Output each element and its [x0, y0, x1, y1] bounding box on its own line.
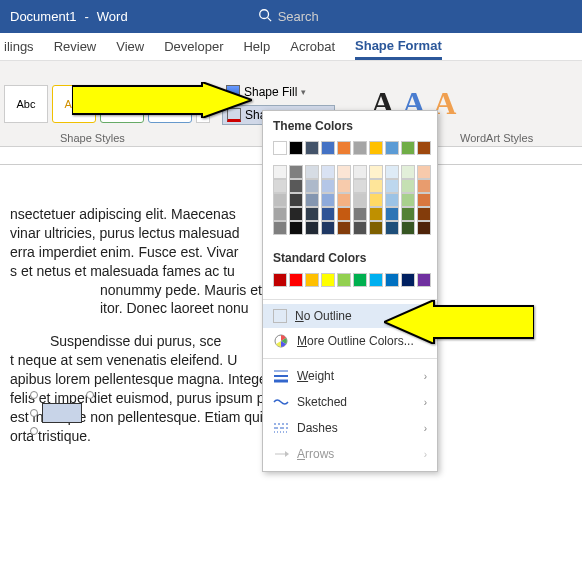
tab-shape-format[interactable]: Shape Format	[355, 34, 442, 60]
group-label-wordart: WordArt Styles	[460, 132, 533, 144]
chevron-right-icon: ›	[424, 423, 427, 434]
color-swatch[interactable]	[305, 221, 319, 235]
color-swatch[interactable]	[353, 193, 367, 207]
theme-colors-header: Theme Colors	[263, 111, 437, 139]
color-swatch[interactable]	[401, 221, 415, 235]
color-swatch[interactable]	[321, 165, 335, 179]
color-swatch[interactable]	[273, 221, 287, 235]
theme-shade-grid	[263, 163, 437, 243]
color-swatch[interactable]	[417, 221, 431, 235]
title-separator: -	[84, 9, 88, 24]
tab-mailings[interactable]: ilings	[4, 35, 34, 58]
tab-review[interactable]: Review	[54, 35, 97, 58]
color-swatch[interactable]	[273, 141, 287, 155]
color-swatch[interactable]	[289, 221, 303, 235]
color-swatch[interactable]	[417, 207, 431, 221]
color-swatch[interactable]	[273, 165, 287, 179]
color-swatch[interactable]	[321, 193, 335, 207]
color-swatch[interactable]	[321, 141, 335, 155]
color-swatch[interactable]	[385, 193, 399, 207]
weight-item[interactable]: Weight ›	[263, 363, 437, 389]
color-swatch[interactable]	[369, 193, 383, 207]
color-swatch[interactable]	[401, 141, 415, 155]
color-swatch[interactable]	[353, 179, 367, 193]
shape-style-1[interactable]: Abc	[4, 85, 48, 123]
color-swatch[interactable]	[289, 193, 303, 207]
color-swatch[interactable]	[337, 165, 351, 179]
color-swatch[interactable]	[353, 207, 367, 221]
color-swatch[interactable]	[385, 165, 399, 179]
color-swatch[interactable]	[417, 193, 431, 207]
tab-developer[interactable]: Developer	[164, 35, 223, 58]
tab-acrobat[interactable]: Acrobat	[290, 35, 335, 58]
search-icon	[258, 8, 272, 25]
tab-view[interactable]: View	[116, 35, 144, 58]
selected-shape[interactable]	[34, 395, 90, 445]
color-swatch[interactable]	[273, 207, 287, 221]
color-swatch[interactable]	[289, 207, 303, 221]
color-swatch[interactable]	[337, 141, 351, 155]
group-label-shape-styles: Shape Styles	[60, 132, 125, 144]
color-swatch[interactable]	[401, 193, 415, 207]
color-swatch[interactable]	[417, 141, 431, 155]
color-swatch[interactable]	[385, 207, 399, 221]
color-swatch[interactable]	[305, 207, 319, 221]
color-swatch[interactable]	[289, 273, 303, 287]
color-swatch[interactable]	[417, 165, 431, 179]
document-name: Document1	[10, 9, 76, 24]
color-swatch[interactable]	[385, 179, 399, 193]
color-swatch[interactable]	[337, 193, 351, 207]
resize-handle[interactable]	[86, 391, 94, 399]
color-swatch[interactable]	[369, 273, 383, 287]
color-swatch[interactable]	[353, 141, 367, 155]
color-swatch[interactable]	[401, 273, 415, 287]
svg-marker-12	[384, 300, 534, 344]
color-swatch[interactable]	[385, 221, 399, 235]
color-swatch[interactable]	[369, 207, 383, 221]
search-box[interactable]: Search	[258, 8, 319, 25]
color-swatch[interactable]	[337, 179, 351, 193]
resize-handle[interactable]	[30, 427, 38, 435]
color-swatch[interactable]	[417, 179, 431, 193]
shape-rectangle[interactable]	[42, 403, 82, 423]
standard-color-row	[263, 271, 437, 295]
color-swatch[interactable]	[273, 273, 287, 287]
color-swatch[interactable]	[337, 221, 351, 235]
color-swatch[interactable]	[401, 165, 415, 179]
resize-handle[interactable]	[30, 409, 38, 417]
color-swatch[interactable]	[289, 141, 303, 155]
resize-handle[interactable]	[30, 391, 38, 399]
color-swatch[interactable]	[305, 141, 319, 155]
color-swatch[interactable]	[353, 165, 367, 179]
color-swatch[interactable]	[321, 207, 335, 221]
color-swatch[interactable]	[385, 273, 399, 287]
sketched-item[interactable]: Sketched ›	[263, 389, 437, 415]
tab-help[interactable]: Help	[243, 35, 270, 58]
color-swatch[interactable]	[305, 273, 319, 287]
color-swatch[interactable]	[353, 273, 367, 287]
color-swatch[interactable]	[369, 179, 383, 193]
svg-line-1	[267, 18, 271, 22]
color-swatch[interactable]	[401, 207, 415, 221]
color-swatch[interactable]	[321, 179, 335, 193]
color-swatch[interactable]	[321, 221, 335, 235]
color-swatch[interactable]	[369, 165, 383, 179]
color-swatch[interactable]	[369, 221, 383, 235]
color-swatch[interactable]	[289, 179, 303, 193]
color-swatch[interactable]	[305, 179, 319, 193]
color-swatch[interactable]	[305, 193, 319, 207]
color-swatch[interactable]	[337, 273, 351, 287]
arrows-item[interactable]: Arrows ›	[263, 441, 437, 467]
color-swatch[interactable]	[337, 207, 351, 221]
color-swatch[interactable]	[353, 221, 367, 235]
color-swatch[interactable]	[289, 165, 303, 179]
color-swatch[interactable]	[305, 165, 319, 179]
color-swatch[interactable]	[273, 179, 287, 193]
color-swatch[interactable]	[273, 193, 287, 207]
color-swatch[interactable]	[385, 141, 399, 155]
color-swatch[interactable]	[417, 273, 431, 287]
color-swatch[interactable]	[321, 273, 335, 287]
color-swatch[interactable]	[369, 141, 383, 155]
dashes-item[interactable]: Dashes ›	[263, 415, 437, 441]
color-swatch[interactable]	[401, 179, 415, 193]
